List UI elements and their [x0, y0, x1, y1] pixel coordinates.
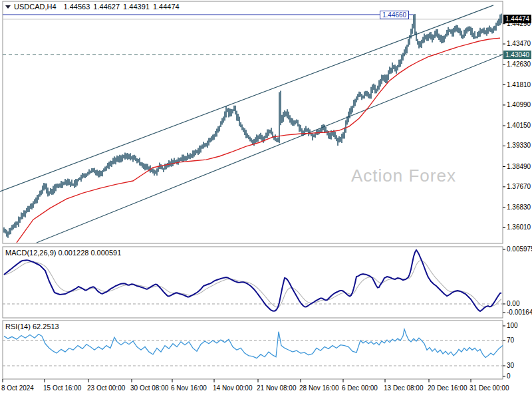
- bar-high: 1.44627: [93, 3, 120, 11]
- time-axis-label: 8 Oct 2024: [1, 385, 34, 392]
- macd-panel-border: [3, 247, 503, 318]
- price-axis-label: 1.38490: [507, 164, 531, 170]
- macd-line: [4, 250, 501, 311]
- time-axis-label: 23 Oct 00:00: [87, 385, 125, 392]
- rsi-axis-label: 70: [507, 337, 514, 344]
- time-axis-label: 31 Dec 00:00: [469, 385, 509, 392]
- rsi-axis-label: 100: [507, 323, 518, 329]
- price-axis-label: 1.42630: [507, 61, 531, 68]
- bar-open: 1.44563: [64, 3, 90, 11]
- price-axis-label: 1.36010: [507, 224, 531, 231]
- time-axis-label: 30 Oct 08:00: [130, 385, 168, 392]
- price-axis-label: 1.41810: [507, 82, 531, 88]
- bar-low: 1.44391: [123, 3, 150, 11]
- time-axis-label: 14 Nov 00:00: [213, 385, 253, 392]
- rsi-axis-label: 30: [507, 362, 514, 369]
- macd-indicator-label: MACD(12,26,9) 0.001228 0.000591: [5, 249, 121, 257]
- symbol-title: USDCAD,H4 1.44563 1.44627 1.44391 1.4447…: [5, 3, 180, 11]
- channel-line-upper[interactable]: [0, 5, 493, 192]
- macd-axis-label: 0.005975: [507, 246, 532, 253]
- candle-series: [4, 14, 501, 238]
- price-axis-label: 1.40150: [507, 122, 531, 129]
- time-axis-label: 20 Dec 16:00: [428, 385, 467, 392]
- macd-axis-label: 0.00: [507, 301, 519, 307]
- channel-line-lower[interactable]: [37, 55, 503, 243]
- price-axis-label: 1.40990: [507, 102, 531, 108]
- time-axis-label: 6 Nov 16:00: [171, 385, 207, 392]
- time-axis-label: 21 Nov 08:00: [257, 385, 297, 392]
- time-axis-label: 15 Oct 16:00: [43, 385, 81, 392]
- rsi-axis-label: 0: [507, 373, 511, 380]
- chart-canvas: [0, 0, 532, 399]
- price-axis-label: 1.43470: [507, 41, 531, 47]
- watermark: Action Forex: [351, 166, 456, 186]
- bar-close: 1.44474: [153, 3, 180, 11]
- time-axis-label: 6 Dec 00:00: [342, 385, 378, 392]
- rsi-line: [4, 329, 503, 358]
- hline-price-label[interactable]: 1.44660: [380, 11, 409, 19]
- current-price-tag: 1.44474: [503, 15, 531, 23]
- macd-signal-line: [4, 261, 501, 307]
- rsi-indicator-label: RSI(14) 62.2513: [5, 323, 59, 331]
- price-axis-label: 1.36830: [507, 204, 531, 211]
- level-price-tag: 1.43040: [503, 51, 531, 59]
- price-axis-label: 1.37670: [507, 184, 531, 190]
- symbol-dropdown-icon[interactable]: [5, 5, 11, 9]
- main-panel-border: [3, 1, 503, 243]
- price-axis-label: 1.39330: [507, 142, 531, 149]
- time-axis-label: 13 Dec 08:00: [384, 385, 424, 392]
- macd-axis-label: -0.001643: [507, 309, 532, 316]
- symbol-name: USDCAD,H4: [14, 3, 57, 11]
- time-axis-label: 28 Nov 16:00: [299, 385, 339, 392]
- chart-window: USDCAD,H4 1.44563 1.44627 1.44391 1.4447…: [0, 0, 532, 399]
